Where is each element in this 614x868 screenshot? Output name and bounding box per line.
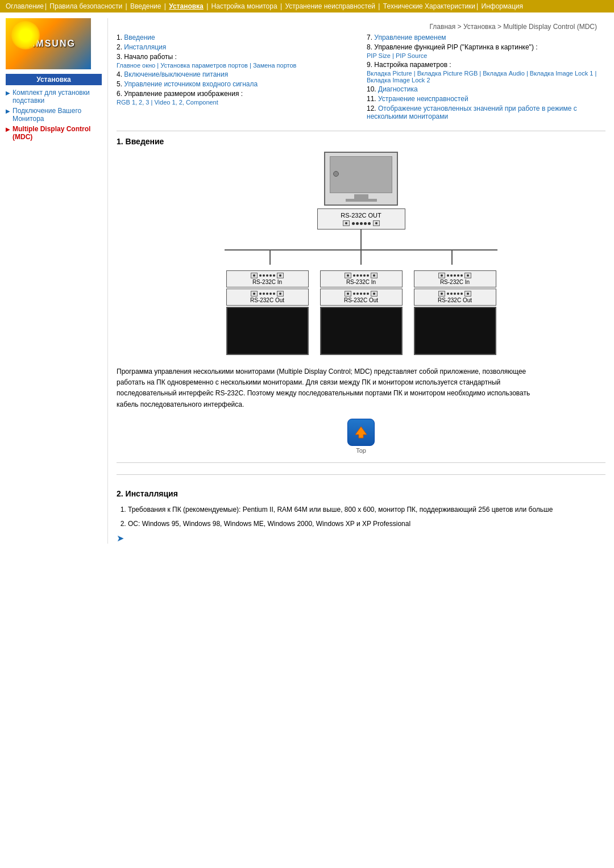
toc-link-display-values[interactable]: Отображение установленных значений при р… [367,105,577,120]
toc-link-diagnostic[interactable]: Диагностика [378,85,418,93]
toc-link-intro[interactable]: Введение [124,34,155,41]
nav-item-oglav[interactable]: Оглавление [6,2,44,10]
arrow-icon: ▶ [6,108,10,114]
connector-left [251,273,258,278]
port-dot [279,274,281,277]
monitor-display-1 [226,307,309,355]
section-2-header: 2. Инсталляция [117,489,605,498]
port-dot [352,222,355,225]
port-dot [263,274,265,277]
toc-link-mainwindow[interactable]: Главное окно [117,62,155,69]
toc-link-picturergb[interactable]: Вкладка Picture RGB [417,70,478,77]
toc-link-imagelock1[interactable]: Вкладка Image Lock 1 [530,70,594,77]
nav-item-settings[interactable]: Настройка монитора [211,2,277,10]
toc-item-10: 10. Диагностика [367,85,605,93]
dots-row [353,293,369,295]
port-connector-group [322,220,400,226]
port-dot [467,274,469,277]
connector-right [464,273,471,278]
rs232c-out-label: RS-232C OUT [322,212,400,219]
toc-item-3: 3. Начало работы : Главное окно | Устано… [117,53,355,69]
port-dot [457,293,459,295]
top-icon-container[interactable]: Top [117,419,605,454]
toc-link-input[interactable]: Управление источником входного сигнала [124,80,258,88]
sidebar-item-connect[interactable]: ▶ Подключение Вашего Монитора [6,107,102,123]
vline-left [269,251,271,265]
nav-item-troubleshoot[interactable]: Устранение неисправностей [285,2,375,10]
sidebar: SAMSUNG Установка ▶ Комплект для установ… [0,18,108,544]
toc-link-troubleshoot[interactable]: Устранение неисправностей [378,95,468,103]
table-of-contents: 1. Введение 2. Инсталляция 3. Начало раб… [117,34,605,122]
toc-item-2: 2. Инсталляция [117,43,355,51]
sidebar-item-mdc[interactable]: ▶ Multiple Display Control (MDC) [6,125,102,141]
port-dot [363,274,366,277]
nav-item-info[interactable]: Информация [482,2,523,10]
port-dot [269,293,272,295]
sidebar-link-mdc[interactable]: Multiple Display Control (MDC) [13,125,102,141]
toc-link-install[interactable]: Инсталляция [124,43,166,51]
toc-link-rgb123[interactable]: RGB 1, 2, 3 [117,99,149,106]
rs232c-in-box-3: RS-232C In [414,270,496,287]
toc-sublinks-8: PIP Size | PIP Source [367,52,605,59]
next-arrow-icon[interactable]: ➤ [117,533,605,544]
port-dot [467,293,469,295]
port-dot [363,293,366,295]
toc-link-power[interactable]: Включение/выключение питания [124,70,228,78]
toc-link-portsetup[interactable]: Установка параметров портов [160,62,248,69]
install-item-2: ОС: Windows 95, Windows 98, Windows ME, … [128,518,605,529]
sidebar-link-kit[interactable]: Комплект для установки подставки [13,89,102,105]
vline-right [451,251,453,265]
top-button[interactable]: Top [347,419,375,454]
toc-link-video[interactable]: Video 1, 2, Component [154,99,218,106]
sidebar-link-connect[interactable]: Подключение Вашего Монитора [13,107,102,123]
toc-item-8: 8. Управление функцией PIP ("Картинка в … [367,43,605,59]
nav-item-safety[interactable]: Правила безопасности [49,2,122,10]
dots-row [353,274,369,277]
port-dot [441,293,443,295]
logo-sun-decoration [11,21,40,49]
rs232c-in-label-1: RS-232C In [231,279,304,285]
toc-link-pipsource[interactable]: PIP Source [396,52,427,59]
nav-item-intro[interactable]: Введение [130,2,161,10]
nav-item-install[interactable]: Установка [169,2,204,10]
install-list: Требования к ПК (рекомендуемые): Pentium… [117,504,605,530]
port-dot [375,222,377,224]
bottom-monitors-row: RS-232C In [216,270,506,355]
toc-link-audio[interactable]: Вкладка Audio [483,70,525,77]
monitor-stand [354,194,368,199]
port-dot [347,274,349,277]
port-dot [457,274,459,277]
port-dot [279,293,281,295]
port-dot [353,274,355,277]
port-dot [447,293,449,295]
port-dot [367,293,369,295]
rs232c-out-label-1: RS-232C Out [231,297,304,303]
rs232c-out-box-3: RS-232C Out [414,289,496,306]
toc-link-time[interactable]: Управление временем [374,34,446,41]
connector-right [371,291,377,297]
nav-item-specs[interactable]: Технические Характеристики [383,2,475,10]
rs232c-out-label-3: RS-232C Out [419,297,491,303]
arrow-icon: ▶ [6,90,10,96]
port-dot [269,274,272,277]
toc-link-picture[interactable]: Вкладка Picture [367,70,412,77]
toc-link-imagelock2[interactable]: Вкладка Image Lock 2 [367,77,430,84]
top-label: Top [356,447,366,454]
sidebar-item-kit[interactable]: ▶ Комплект для установки подставки [6,89,102,105]
port-dot [460,274,463,277]
monitor-display-2 [320,307,403,355]
port-dot [360,274,362,277]
toc-link-replaceport[interactable]: Замена портов [253,62,297,69]
rs232c-out-label-2: RS-232C Out [325,297,397,303]
port-dot [347,293,349,295]
port-dot [373,274,375,277]
toc-link-pipsize[interactable]: PIP Size [367,52,391,59]
out-port-row-2 [325,291,397,297]
top-arrow-icon [353,424,369,440]
port-dot [259,274,262,277]
toc-sublinks-6: RGB 1, 2, 3 | Video 1, 2, Component [117,99,355,106]
top-computer-section: RS-232C OUT [225,152,497,265]
connector-right [464,291,471,297]
port-dot [368,222,371,225]
monitor-unit-1: RS-232C In [226,270,309,355]
